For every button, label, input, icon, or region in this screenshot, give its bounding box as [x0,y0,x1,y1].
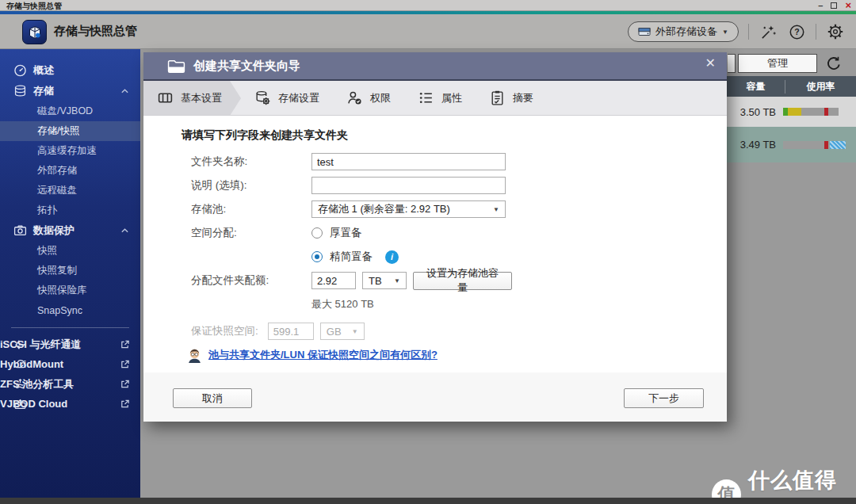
dialog-title: 创建共享文件夹向导 [193,59,300,74]
chevron-down-icon: ▼ [352,328,358,335]
folder-icon [167,59,185,74]
storage-pool-selected-value: 存储池 1 (剩余容量: 2.92 TB) [318,202,450,216]
cancel-button[interactable]: 取消 [173,388,252,408]
next-button[interactable]: 下一步 [624,388,704,408]
sidebar-item-cache-acceleration[interactable]: 高速缓存加速 [0,141,140,161]
basic-settings-icon [157,90,174,106]
quota-input[interactable] [311,272,356,289]
storage-pool-row: 存储池: 存储池 1 (剩余容量: 2.92 TB) ▼ [182,200,727,219]
disks-stack-icon [13,85,27,98]
chevron-down-icon: ▼ [493,206,499,213]
quota-max-row: 最大 5120 TB [182,295,727,314]
quota-label: 分配文件夹配额: [182,273,311,288]
attributes-list-icon [418,90,434,106]
usage-threshold-marker [824,141,828,149]
sidebar-item-overview[interactable]: 概述 [0,60,140,81]
allocation-label: 空间分配: [182,226,311,240]
create-shared-folder-wizard-dialog: 创建共享文件夹向导 ✕ 基本设置 存储设置 权限 属性 摘要 请填写下列字段来创… [143,52,727,422]
gear-icon[interactable] [826,22,845,41]
sidebar-item-data-protection[interactable]: 数据保护 [0,220,140,241]
table-row[interactable]: 3.50 TB [727,97,856,127]
app-title: 存储与快照总管 [54,24,137,39]
minimize-icon[interactable]: – [818,1,823,10]
cloud-icon [13,357,27,371]
external-storage-device-label: 外部存储设备 [655,25,717,39]
folder-name-row: 文件夹名称: [182,152,727,171]
sidebar-item-snapsync[interactable]: SnapSync [0,300,140,320]
partially-hidden-button[interactable] [728,54,736,73]
close-icon[interactable]: × [845,1,851,10]
usage-segment-yellow [788,108,801,116]
description-row: 说明 (选填): [182,176,727,195]
wizard-form: 请填写下列字段来创建共享文件夹 文件夹名称: 说明 (选填): 存储池: 存储池… [143,116,727,372]
set-pool-capacity-button[interactable]: 设置为存储池容量 [413,272,512,290]
sidebar-item-iscsi-fc[interactable]: iSCSI 与光纤通道 [0,334,140,354]
header-divider [816,24,816,40]
column-capacity: 容量 [727,80,785,94]
magic-wand-icon[interactable] [759,22,778,41]
summary-clipboard-icon [489,90,506,106]
drive-icon [638,27,651,36]
external-link-icon [120,359,130,369]
window-title: 存储与快照总管 [6,1,62,12]
sidebar-item-label: 存储 [0,84,54,98]
chevron-down-icon: ▼ [394,277,400,284]
snapshot-space-input [268,323,314,340]
quota-unit-select[interactable]: TB▼ [362,272,407,289]
quota-max-note: 最大 5120 TB [311,297,374,311]
sidebar-item-storage[interactable]: 存储 [0,81,140,101]
folder-name-input[interactable] [311,153,506,170]
external-link-icon [120,379,130,389]
gauge-icon [13,64,27,78]
storage-settings-icon [254,90,271,106]
capacity-value: 3.50 TB [727,106,779,118]
chevron-up-icon[interactable] [120,88,129,94]
sidebar-divider [11,327,129,328]
wizard-tabs: 基本设置 存储设置 权限 属性 摘要 [143,81,727,116]
sidebar-item-topology[interactable]: 拓扑 [0,200,140,220]
storage-snapshots-app-icon [22,20,47,44]
tab-permissions[interactable]: 权限 [333,81,404,115]
allocation-row-thick: 空间分配: 厚置备 [182,223,727,242]
tab-basic-settings[interactable]: 基本设置 [143,81,230,115]
chevron-up-icon[interactable] [120,227,129,233]
description-input[interactable] [311,177,506,194]
header-divider [748,24,749,40]
info-icon[interactable]: i [385,250,399,264]
box-upload-icon [13,397,27,410]
sidebar-item-remote-disk[interactable]: 远程磁盘 [0,181,140,200]
sidebar-item-storage-snapshots[interactable]: 存储/快照 [0,121,140,141]
thick-provision-radio[interactable] [311,227,323,239]
sidebar-item-disks-vjbod[interactable]: 磁盘/VJBOD [0,101,140,121]
snapshot-space-difference-link[interactable]: 池与共享文件夹/LUN 保证快照空间之间有何区别? [208,348,438,362]
iscsi-icon [13,338,27,351]
tab-storage-settings[interactable]: 存储设置 [241,81,333,115]
sidebar-item-snapshot[interactable]: 快照 [0,241,140,261]
sidebar-item-vjbod-cloud[interactable]: VJBOD Cloud [0,394,140,414]
sidebar-item-hybridmount[interactable]: HybridMount [0,354,140,374]
professor-mascot-icon [186,347,203,364]
refresh-icon[interactable] [824,53,844,74]
thin-provision-radio[interactable] [311,251,323,262]
maximize-icon[interactable] [831,2,837,9]
column-usage: 使用率 [785,80,856,94]
description-label: 说明 (选填): [182,178,311,193]
sidebar-item-zfs-pool-analyzer[interactable]: ZFS 池分析工具 [0,374,140,394]
sidebar-item-external-storage[interactable]: 外部存储 [0,161,140,181]
manage-button[interactable]: 管理 [738,54,817,73]
storage-pool-select[interactable]: 存储池 1 (剩余容量: 2.92 TB) ▼ [311,200,506,218]
help-icon[interactable]: ? [787,22,806,41]
dialog-close-icon[interactable]: ✕ [705,57,716,70]
tab-summary[interactable]: 摘要 [476,81,547,115]
form-heading: 请填写下列字段来创建共享文件夹 [182,128,727,143]
external-link-icon [120,339,130,349]
window-bottom-border [0,498,856,504]
external-storage-device-button[interactable]: 外部存储设备 ▼ [628,21,739,42]
allocation-row-thin: 精简置备 i [182,247,727,266]
tab-attributes[interactable]: 属性 [404,81,476,115]
snapshot-space-row: 保证快照空间: GB▼ [182,322,727,341]
sidebar-item-snapshot-replica[interactable]: 快照复制 [0,261,140,281]
table-row-selected[interactable]: 3.49 TB [727,127,856,162]
sidebar-item-snapshot-vault[interactable]: 快照保险库 [0,281,140,300]
folder-name-label: 文件夹名称: [182,155,311,169]
